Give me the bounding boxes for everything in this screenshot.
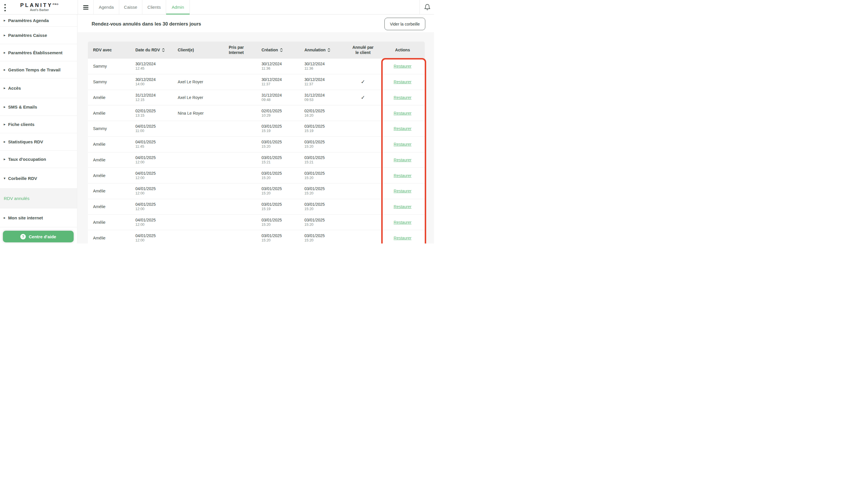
hamburger-menu-icon[interactable] bbox=[83, 5, 88, 9]
help-center-label: Centre d'aide bbox=[29, 234, 56, 239]
caret-right-icon: ▸ bbox=[4, 51, 8, 55]
client-name: Axel Le Royer bbox=[178, 95, 203, 100]
column-header-pris-par-internet: Pris par Internet bbox=[219, 41, 254, 59]
annule-par-client-cell bbox=[346, 121, 380, 136]
sort-icon[interactable] bbox=[162, 48, 165, 52]
sidebar-item-parametres-etablissement[interactable]: ▸Paramètres Établissement bbox=[0, 44, 77, 61]
sidebar-item-parametres-caisse[interactable]: ▸Paramètres Caisse bbox=[0, 27, 77, 44]
date-value: 04/01/2025 bbox=[135, 233, 156, 238]
column-header-client-e: Client(e) bbox=[174, 41, 219, 59]
help-center-button[interactable]: ? Centre d'aide bbox=[3, 231, 74, 242]
time-value: 12:00 bbox=[135, 223, 156, 227]
restaurer-link[interactable]: Restaurer bbox=[394, 142, 411, 147]
sidebar-item-label: Statistiques RDV bbox=[8, 139, 43, 144]
date-value: 30/12/2024 bbox=[304, 61, 325, 66]
table-row: Amélie31/12/202412:15Axel Le Royer31/12/… bbox=[88, 90, 425, 106]
sidebar-item-label: Corbeille RDV bbox=[8, 176, 37, 181]
rdv-avec-value: Amélie bbox=[93, 111, 105, 115]
sidebar-item-parametres-agenda[interactable]: ▸Paramètres Agenda bbox=[0, 15, 77, 27]
time-value: 11:37 bbox=[261, 82, 282, 86]
title-band: Rendez-vous annulés dans les 30 derniers… bbox=[78, 15, 434, 32]
sort-icon[interactable] bbox=[327, 48, 331, 52]
date-value: 04/01/2025 bbox=[135, 218, 156, 222]
restaurer-link[interactable]: Restaurer bbox=[394, 157, 411, 162]
main-nav-tabs: AgendaCaisseClientsAdmin bbox=[93, 0, 190, 14]
restaurer-link[interactable]: Restaurer bbox=[394, 220, 411, 225]
time-value: 15:20 bbox=[261, 223, 282, 227]
sidebar-item-label: Gestion Temps de Travail bbox=[8, 67, 61, 72]
time-value: 12:00 bbox=[135, 176, 156, 180]
time-value: 15:19 bbox=[261, 129, 282, 133]
annule-par-client-cell bbox=[346, 199, 380, 214]
brand-logo[interactable]: PLANITYPRO Axel's Barber bbox=[10, 1, 68, 12]
date-value: 03/01/2025 bbox=[261, 124, 282, 128]
column-header-rdv-avec: RDV avec bbox=[88, 41, 131, 59]
sidebar-item-fiche-clients[interactable]: ▸Fiche clients bbox=[0, 116, 77, 133]
sidebar-item-label: Taux d'occupation bbox=[8, 157, 46, 162]
annule-par-client-cell bbox=[346, 59, 380, 74]
date-value: 31/12/2024 bbox=[261, 93, 282, 97]
caret-right-icon: ▸ bbox=[4, 86, 8, 90]
rdv-avec-value: Amélie bbox=[93, 95, 105, 100]
brand-name: PLANITY bbox=[20, 2, 53, 8]
restaurer-link[interactable]: Restaurer bbox=[394, 111, 411, 115]
sidebar-item-taux-d-occupation[interactable]: ▸Taux d'occupation bbox=[0, 151, 77, 168]
restaurer-link[interactable]: Restaurer bbox=[394, 173, 411, 178]
restaurer-link[interactable]: Restaurer bbox=[394, 189, 411, 193]
empty-trash-button[interactable]: Vider la corbeille bbox=[384, 18, 425, 30]
date-value: 03/01/2025 bbox=[304, 171, 325, 176]
date-value: 03/01/2025 bbox=[261, 155, 282, 160]
time-value: 15:20 bbox=[304, 191, 325, 196]
rdv-avec-value: Amélie bbox=[93, 236, 105, 240]
client-cancelled-check-icon: ✓ bbox=[361, 94, 365, 101]
tab-admin[interactable]: Admin bbox=[166, 0, 190, 14]
sidebar-item-sms-emails[interactable]: ▸SMS & Emails bbox=[0, 98, 77, 116]
time-value: 10:29 bbox=[261, 113, 282, 118]
time-value: 15:20 bbox=[304, 207, 325, 211]
sidebar-item-acces[interactable]: ▸Accès bbox=[0, 78, 77, 98]
rdv-avec-value: Sammy bbox=[93, 64, 107, 68]
annule-par-client-cell bbox=[346, 105, 380, 121]
time-value: 11:37 bbox=[304, 82, 325, 86]
sidebar-item-mon-site-internet[interactable]: ▸Mon site internet bbox=[0, 208, 77, 227]
rdv-avec-value: Amélie bbox=[93, 157, 105, 162]
column-header-annulation[interactable]: Annulation bbox=[302, 41, 346, 59]
rdv-avec-value: Amélie bbox=[93, 189, 105, 193]
column-header-date-du-rdv[interactable]: Date du RDV bbox=[131, 41, 174, 59]
column-header-label: Annulation bbox=[304, 48, 326, 53]
brand-pro-suffix: PRO bbox=[53, 3, 59, 5]
tab-caisse[interactable]: Caisse bbox=[119, 0, 142, 14]
pris-par-internet-cell bbox=[219, 199, 254, 214]
time-value: 12:00 bbox=[135, 191, 156, 196]
restaurer-link[interactable]: Restaurer bbox=[394, 95, 411, 100]
caret-right-icon: ▸ bbox=[4, 105, 8, 109]
sidebar-item-rdv-annules[interactable]: RDV annulés bbox=[0, 189, 77, 208]
notifications-bell-icon[interactable] bbox=[424, 4, 431, 11]
annule-par-client-cell bbox=[346, 137, 380, 152]
time-value: 15:21 bbox=[304, 160, 325, 165]
caret-right-icon: ▸ bbox=[4, 68, 8, 72]
column-header-creation[interactable]: Création bbox=[254, 41, 302, 59]
kebab-menu-icon[interactable] bbox=[4, 4, 6, 11]
restaurer-link[interactable]: Restaurer bbox=[394, 126, 411, 131]
column-header-label: Actions bbox=[395, 48, 410, 53]
sidebar-item-statistiques-rdv[interactable]: ▸Statistiques RDV bbox=[0, 133, 77, 151]
sidebar-item-corbeille-rdv[interactable]: ▾Corbeille RDV bbox=[0, 168, 77, 189]
table-row: Amélie04/01/202512:0003/01/202515:1903/0… bbox=[88, 199, 425, 215]
column-header-label: Annulé par le client bbox=[351, 45, 375, 55]
tab-agenda[interactable]: Agenda bbox=[93, 0, 119, 14]
restaurer-link[interactable]: Restaurer bbox=[394, 64, 411, 68]
restaurer-link[interactable]: Restaurer bbox=[394, 80, 411, 84]
tab-clients[interactable]: Clients bbox=[142, 0, 166, 14]
restaurer-link[interactable]: Restaurer bbox=[394, 236, 411, 240]
column-header-annule-par-le-client: Annulé par le client bbox=[346, 41, 380, 59]
column-header-label: Date du RDV bbox=[135, 48, 160, 53]
sidebar-item-label: Paramètres Établissement bbox=[8, 50, 63, 55]
pris-par-internet-cell bbox=[219, 59, 254, 74]
sidebar-item-gestion-temps-de-travail[interactable]: ▸Gestion Temps de Travail bbox=[0, 61, 77, 78]
sort-icon[interactable] bbox=[280, 48, 283, 52]
rdv-avec-value: Amélie bbox=[93, 173, 105, 178]
date-value: 03/01/2025 bbox=[261, 186, 282, 191]
time-value: 11:00 bbox=[135, 129, 156, 133]
restaurer-link[interactable]: Restaurer bbox=[394, 204, 411, 209]
